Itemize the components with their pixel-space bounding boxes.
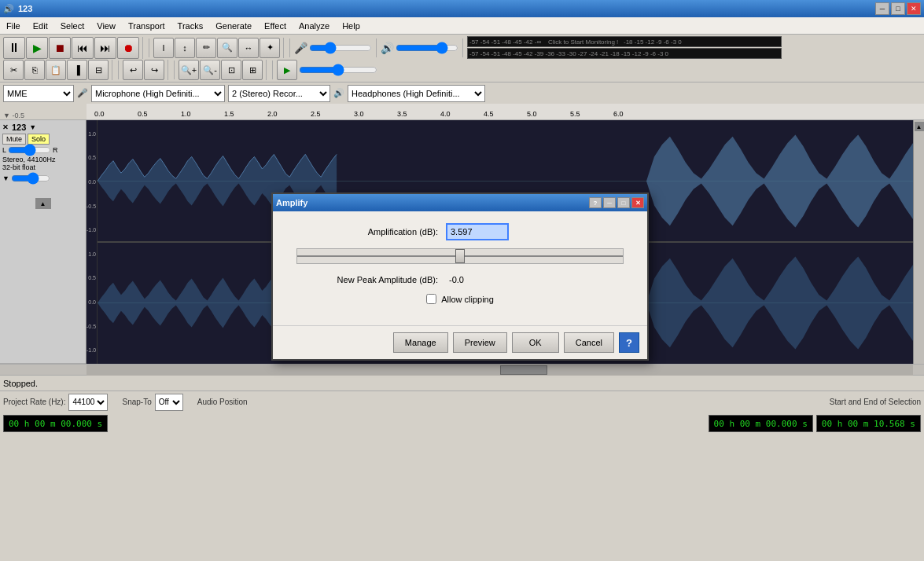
track-info-col: ✕ 123 ▼ Mute Solo L R Stereo, 44100Hz 32…	[0, 120, 87, 364]
menu-tracks[interactable]: Tracks	[171, 17, 210, 34]
selection-end-display[interactable]: 00 h 00 m 10.568 s	[816, 415, 921, 432]
input-level-slider[interactable]	[309, 42, 372, 53]
scale-0-0-b: 0.0	[87, 299, 97, 305]
channels-select[interactable]: 2 (Stereo) Recor...	[228, 85, 330, 102]
track-collapse-btn[interactable]: ▲	[35, 198, 51, 209]
h-scroll-thumb[interactable]	[500, 365, 547, 375]
pause-button[interactable]: ⏸	[3, 37, 25, 59]
vu-top[interactable]: -57 -54 -51 -48 -45 -42 -∞ Click to Star…	[467, 36, 782, 47]
project-rate-select[interactable]: 44100	[68, 394, 108, 411]
dialog-title-controls: ? ─ □ ✕	[589, 197, 644, 208]
manage-button[interactable]: Manage	[393, 332, 448, 353]
copy-button[interactable]: ⎘	[24, 60, 45, 80]
zoom-sel-button[interactable]: ⊞	[242, 60, 263, 80]
ruler-tick-1: 1.0	[181, 110, 191, 118]
app-title: 123	[18, 4, 32, 13]
scroll-up-btn[interactable]: ▲	[915, 122, 924, 131]
audio-host-select[interactable]: MME	[3, 85, 74, 102]
ruler-tick-5: 5.0	[527, 110, 537, 118]
output-level-slider[interactable]	[396, 42, 458, 53]
minimize-btn[interactable]: ─	[875, 2, 889, 15]
snap-to-select[interactable]: Off	[155, 394, 183, 411]
ruler-content: 0.0 0.5 1.0 1.5 2.0 2.5 3.0 3.5 4.0 4.5 …	[87, 104, 924, 119]
amp-slider[interactable]	[296, 248, 624, 264]
menu-bar: File Edit Select View Transport Tracks G…	[0, 17, 924, 35]
dialog-close-btn[interactable]: ✕	[631, 197, 644, 208]
allow-clipping-checkbox[interactable]	[426, 294, 436, 304]
amp-slider-thumb[interactable]	[455, 249, 465, 263]
zoom-fit-button[interactable]: ⊡	[221, 60, 241, 80]
menu-edit[interactable]: Edit	[27, 17, 54, 34]
track-dropdown-btn[interactable]: ▼	[29, 123, 36, 131]
selection-tool[interactable]: I	[153, 38, 174, 58]
track-close-btn[interactable]: ✕	[2, 123, 9, 131]
dialog-help-title-btn[interactable]: ?	[589, 197, 602, 208]
cut-button[interactable]: ✂	[3, 60, 24, 80]
menu-analyze[interactable]: Analyze	[293, 17, 336, 34]
envelope-tool[interactable]: ↕	[175, 38, 195, 58]
toolbars: ⏸ ▶ ⏹ ⏮ ⏭ ⏺ I ↕ ✏ 🔍 ↔ ✦ 🎤 🔊	[0, 35, 924, 82]
preview-button[interactable]: Preview	[453, 332, 507, 353]
cancel-button[interactable]: Cancel	[564, 332, 614, 353]
vertical-scrollbar[interactable]: ▲	[913, 120, 924, 364]
ok-button[interactable]: OK	[512, 332, 559, 353]
maximize-btn[interactable]: □	[891, 2, 905, 15]
microphone-select[interactable]: Microphone (High Definiti...	[91, 85, 225, 102]
menu-effect[interactable]: Effect	[258, 17, 293, 34]
track-info-item: ✕ 123 ▼ Mute Solo L R Stereo, 44100Hz 32…	[0, 120, 86, 364]
paste-button[interactable]: 📋	[46, 60, 66, 80]
selection-start-display[interactable]: 00 h 00 m 00.000 s	[709, 415, 813, 432]
speaker-icon: 🔊	[381, 42, 394, 54]
speaker-select[interactable]: Headphones (High Definiti...	[348, 85, 485, 102]
h-scrollbar[interactable]	[0, 364, 924, 375]
menu-generate[interactable]: Generate	[209, 17, 258, 34]
redo-button[interactable]: ↪	[144, 60, 164, 80]
multi-tool[interactable]: ✦	[260, 38, 280, 58]
ruler-tick-15: 1.5	[224, 110, 234, 118]
zoom-out-button[interactable]: 🔍-	[200, 60, 220, 80]
snap-to-label: Snap-To	[122, 398, 151, 406]
menu-view[interactable]: View	[90, 17, 122, 34]
audio-position-display: 00 h 00 m 00.000 s	[3, 415, 108, 432]
allow-clipping-label[interactable]: Allow clipping	[441, 295, 494, 304]
vu-bottom[interactable]: -57 -54 -51 -48 -45 -42 -39 -36 -33 -30 …	[467, 48, 782, 59]
skip-fwd-button[interactable]: ⏭	[94, 37, 116, 59]
zoom-in-tool[interactable]: 🔍	[217, 38, 237, 58]
skip-back-button[interactable]: ⏮	[72, 37, 94, 59]
record-button[interactable]: ⏺	[117, 37, 139, 59]
amplification-input[interactable]	[446, 223, 509, 240]
scale-1-0: 1.0	[87, 131, 97, 137]
h-scroll-track[interactable]	[87, 365, 913, 376]
ruler-tick-05: 0.5	[138, 110, 148, 118]
undo-button[interactable]: ↩	[123, 60, 143, 80]
menu-transport[interactable]: Transport	[122, 17, 171, 34]
menu-file[interactable]: File	[0, 17, 27, 34]
play-speed-btn[interactable]: ▶	[277, 60, 297, 80]
silence-button[interactable]: ⊟	[88, 60, 109, 80]
ruler-tick-35: 3.5	[397, 110, 407, 118]
close-btn[interactable]: ✕	[907, 2, 921, 15]
play-speed-slider[interactable]	[299, 64, 377, 75]
solo-button[interactable]: Solo	[28, 134, 50, 145]
stop-button[interactable]: ⏹	[49, 37, 71, 59]
draw-tool[interactable]: ✏	[196, 38, 216, 58]
transport-section: ⏸ ▶ ⏹ ⏮ ⏭ ⏺	[3, 37, 143, 59]
gain-slider[interactable]	[11, 175, 50, 182]
zoom-in-button[interactable]: 🔍+	[179, 60, 199, 80]
time-shift-tool[interactable]: ↔	[238, 38, 259, 58]
play-button[interactable]: ▶	[26, 37, 48, 59]
mute-button[interactable]: Mute	[2, 134, 26, 145]
trim-button[interactable]: ▐	[67, 60, 87, 80]
dialog-title-bar: Amplify ? ─ □ ✕	[273, 194, 647, 211]
track-name-row: ✕ 123 ▼	[2, 123, 83, 132]
dialog-minimize-btn[interactable]: ─	[603, 197, 616, 208]
dialog-body: Amplification (dB): New Peak Amplitude (…	[273, 211, 647, 325]
sel-end-value: 00 h 00 m 10.568 s	[822, 419, 915, 429]
dialog-maximize-btn[interactable]: □	[617, 197, 630, 208]
menu-select[interactable]: Select	[54, 17, 91, 34]
pan-slider[interactable]	[8, 147, 51, 153]
peak-amplitude-value: -0.0	[446, 273, 493, 286]
help-button[interactable]: ?	[619, 332, 639, 353]
output-level-section: 🔊	[381, 42, 458, 54]
menu-help[interactable]: Help	[336, 17, 366, 34]
